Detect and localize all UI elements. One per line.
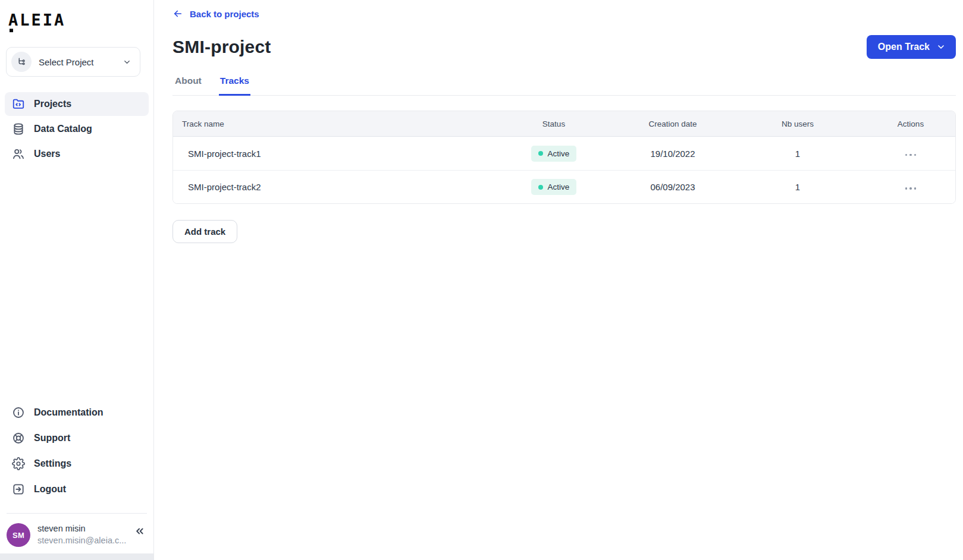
user-meta: steven misin steven.misin@aleia.c... xyxy=(37,523,126,545)
title-row: SMI-project Open Track xyxy=(172,35,956,59)
sidebar-item-logout[interactable]: Logout xyxy=(5,477,149,501)
sidebar-item-label: Projects xyxy=(34,99,71,109)
back-link-label: Back to projects xyxy=(190,9,259,19)
lifebuoy-icon xyxy=(12,432,25,445)
table-header-row: Track name Status Creation date Nb users… xyxy=(173,111,955,137)
sidebar-item-users[interactable]: Users xyxy=(5,142,149,166)
track-status-cell: Active xyxy=(491,146,616,162)
sitemap-icon xyxy=(11,52,32,72)
sidebar-item-settings[interactable]: Settings xyxy=(5,452,149,476)
status-label: Active xyxy=(548,183,570,191)
status-label: Active xyxy=(548,149,570,158)
sidebar-item-support[interactable]: Support xyxy=(5,426,149,450)
status-dot-icon xyxy=(538,185,543,190)
sidebar: ALEIA Select Project xyxy=(0,0,154,560)
track-creation-date: 19/10/2022 xyxy=(616,149,729,159)
table-row[interactable]: SMI-project-track1 Active 19/10/2022 1 xyxy=(173,137,955,170)
open-track-button[interactable]: Open Track xyxy=(867,35,956,59)
track-actions-cell xyxy=(866,147,955,159)
sidebar-item-projects[interactable]: Projects xyxy=(5,92,149,116)
sidebar-item-label: Documentation xyxy=(34,407,103,418)
column-header-track-name: Track name xyxy=(173,119,491,128)
sidebar-nav: Projects Data Catalog xyxy=(5,92,149,166)
status-badge: Active xyxy=(531,179,577,195)
track-status-cell: Active xyxy=(491,179,616,195)
sidebar-footer-nav: Documentation Support xyxy=(5,401,149,501)
project-selector-label: Select Project xyxy=(39,57,94,67)
user-email: steven.misin@aleia.c... xyxy=(37,536,126,545)
user-name: steven misin xyxy=(37,524,126,533)
open-track-label: Open Track xyxy=(878,42,930,52)
chevron-down-icon xyxy=(936,42,946,52)
sidebar-item-label: Logout xyxy=(34,484,66,495)
sidebar-item-data-catalog[interactable]: Data Catalog xyxy=(5,117,149,141)
tab-bar: About Tracks xyxy=(172,75,956,96)
logout-icon xyxy=(12,483,25,496)
chevron-down-icon xyxy=(123,58,131,67)
info-icon xyxy=(12,406,25,419)
main-content: Back to projects SMI-project Open Track … xyxy=(154,0,963,560)
gear-icon xyxy=(12,457,25,470)
add-track-button[interactable]: Add track xyxy=(172,220,237,243)
app-root: ALEIA Select Project xyxy=(0,0,963,560)
sidebar-item-label: Data Catalog xyxy=(34,124,92,134)
status-dot-icon xyxy=(538,151,543,156)
column-header-nb-users: Nb users xyxy=(729,119,866,128)
row-actions-menu-button[interactable] xyxy=(902,184,920,193)
page-title: SMI-project xyxy=(172,37,271,57)
track-nb-users: 1 xyxy=(729,149,866,159)
double-chevron-left-icon xyxy=(134,526,145,537)
status-badge: Active xyxy=(531,146,577,162)
track-name: SMI-project-track1 xyxy=(173,149,491,159)
aleia-logo: ALEIA xyxy=(8,11,65,29)
track-actions-cell xyxy=(866,181,955,193)
sidebar-spacer xyxy=(5,166,149,401)
sidebar-item-documentation[interactable]: Documentation xyxy=(5,401,149,424)
arrow-left-icon xyxy=(172,8,183,19)
table-row[interactable]: SMI-project-track2 Active 06/09/2023 1 xyxy=(173,170,955,203)
sidebar-item-label: Support xyxy=(34,433,70,443)
sidebar-bottom-scrollbar xyxy=(0,553,153,560)
column-header-actions: Actions xyxy=(866,119,955,128)
database-icon xyxy=(12,122,25,136)
avatar: SM xyxy=(7,523,30,547)
sidebar-item-label: Settings xyxy=(34,458,71,469)
tracks-table: Track name Status Creation date Nb users… xyxy=(172,111,956,204)
users-icon xyxy=(12,147,25,161)
tab-tracks[interactable]: Tracks xyxy=(219,75,250,96)
folder-code-icon xyxy=(12,97,25,111)
column-header-creation-date: Creation date xyxy=(616,119,729,128)
back-to-projects-link[interactable]: Back to projects xyxy=(172,8,259,19)
track-creation-date: 06/09/2023 xyxy=(616,182,729,192)
track-name: SMI-project-track2 xyxy=(173,182,491,192)
row-actions-menu-button[interactable] xyxy=(902,150,920,160)
track-nb-users: 1 xyxy=(729,182,866,192)
sidebar-item-label: Users xyxy=(34,149,60,159)
column-header-status: Status xyxy=(491,119,616,128)
tab-about[interactable]: About xyxy=(174,75,203,96)
project-selector[interactable]: Select Project xyxy=(6,47,140,77)
sidebar-collapse-button[interactable] xyxy=(133,524,146,538)
